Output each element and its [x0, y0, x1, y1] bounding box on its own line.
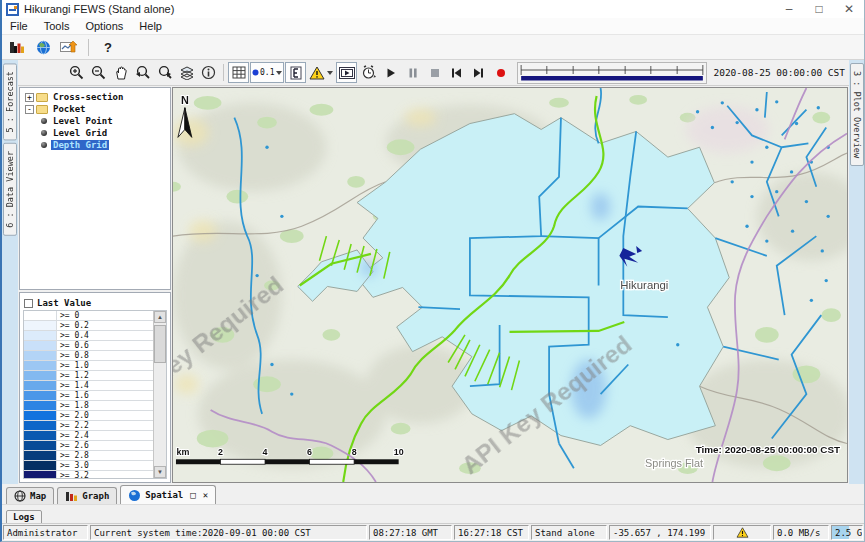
- legend-color-swatch: [24, 341, 57, 350]
- status-system-time: Current system time:2020-09-01 00:00 CST: [90, 525, 367, 540]
- scroll-up-icon[interactable]: ▲: [154, 311, 166, 323]
- status-memory: 2.5 GB: [831, 525, 863, 540]
- legend-row[interactable]: >= 1.0: [24, 361, 153, 371]
- stop-icon[interactable]: [424, 62, 445, 83]
- status-warning-icon[interactable]: [713, 525, 771, 540]
- database-icon[interactable]: [7, 37, 27, 57]
- tree-item-level-grid[interactable]: Level Grid: [23, 127, 170, 139]
- tab-data-viewer[interactable]: 6 : Data Viewer: [3, 143, 17, 236]
- maximize-button[interactable]: □: [804, 2, 834, 16]
- tree-item-level-point[interactable]: Level Point: [23, 115, 170, 127]
- pause-icon[interactable]: [402, 62, 423, 83]
- layers-icon[interactable]: [176, 62, 197, 83]
- legend-row[interactable]: >= 1.2: [24, 371, 153, 381]
- record-icon[interactable]: [490, 62, 511, 83]
- tab-forecast[interactable]: 5 : Forecast: [3, 63, 17, 140]
- scrollbar-track[interactable]: [154, 323, 166, 466]
- legend-row[interactable]: >= 1.4: [24, 381, 153, 391]
- svg-text:km: km: [176, 447, 189, 457]
- legend-color-swatch: [24, 471, 57, 478]
- timer-icon[interactable]: [358, 62, 379, 83]
- map-canvas[interactable]: API Key Required API Key Required Hikura…: [172, 87, 848, 483]
- node-bullet-icon: [41, 118, 47, 124]
- legend-scrollbar[interactable]: ▲ ▼: [153, 311, 166, 478]
- last-value-label: Last Value: [37, 298, 91, 308]
- last-frame-icon[interactable]: [468, 62, 489, 83]
- status-gmt-time: 08:27:18 GMT: [369, 525, 452, 540]
- legend-row[interactable]: >= 2.2: [24, 421, 153, 431]
- menu-item[interactable]: Help: [131, 19, 170, 33]
- play-icon[interactable]: [380, 62, 401, 83]
- grid-icon[interactable]: [228, 62, 249, 83]
- animation-icon[interactable]: [336, 62, 357, 83]
- svg-text:8: 8: [352, 447, 357, 457]
- legend-row[interactable]: >= 2.6: [24, 441, 153, 451]
- map-globe-icon[interactable]: [33, 37, 53, 57]
- tree-item-pocket[interactable]: - Pocket: [23, 103, 170, 115]
- legend-row[interactable]: >= 1.6: [24, 391, 153, 401]
- zoom-in-icon[interactable]: [66, 62, 87, 83]
- menu-item[interactable]: Options: [77, 19, 131, 33]
- time-slider[interactable]: [517, 62, 707, 84]
- legend-row[interactable]: >= 0.2: [24, 321, 153, 331]
- pan-icon[interactable]: [110, 62, 131, 83]
- bar-chart-icon: [65, 491, 78, 502]
- last-value-checkbox[interactable]: [24, 299, 33, 308]
- node-bullet-icon: [41, 142, 47, 148]
- panel-maximize-icon[interactable]: □: [190, 490, 195, 500]
- zoom-out-icon[interactable]: [88, 62, 109, 83]
- legend-row[interactable]: >= 0.4: [24, 331, 153, 341]
- zoom-previous-icon[interactable]: [132, 62, 153, 83]
- collapse-icon[interactable]: -: [25, 105, 34, 114]
- legend-class-label: >= 2.4: [57, 431, 153, 440]
- legend-list[interactable]: >= 0 >= 0.2: [24, 311, 153, 478]
- menu-item[interactable]: Tools: [36, 19, 78, 33]
- layer-tree: + Cross-section - Pocket Level Point: [19, 87, 171, 290]
- panel-close-icon[interactable]: ✕: [203, 490, 208, 500]
- legend-edit-icon[interactable]: [285, 62, 306, 83]
- legend-row[interactable]: >= 2.8: [24, 451, 153, 461]
- legend-row[interactable]: >= 0.8: [24, 351, 153, 361]
- first-frame-icon[interactable]: [446, 62, 467, 83]
- tree-item-depth-grid[interactable]: Depth Grid: [23, 139, 170, 151]
- help-icon[interactable]: ?: [98, 37, 118, 57]
- legend-color-swatch: [24, 351, 57, 360]
- status-bar: Administrator Current system time:2020-0…: [2, 523, 864, 541]
- interval-dropdown[interactable]: 0.1: [250, 62, 284, 83]
- zoom-next-icon[interactable]: [154, 62, 175, 83]
- legend-row[interactable]: >= 3.2: [24, 471, 153, 478]
- legend-class-label: >= 0.2: [57, 321, 153, 330]
- tab-plot-overview[interactable]: 3 : Plot Overview: [850, 63, 864, 166]
- close-button[interactable]: ✕: [834, 2, 864, 16]
- legend-class-label: >= 0.4: [57, 331, 153, 340]
- tab-map[interactable]: Map: [6, 487, 54, 504]
- label-hikurangi: Hikurangi: [620, 279, 668, 291]
- logs-row: Logs: [2, 504, 864, 523]
- legend-row[interactable]: >= 1.8: [24, 401, 153, 411]
- legend-row[interactable]: >= 0.6: [24, 341, 153, 351]
- expand-icon[interactable]: +: [25, 93, 34, 102]
- scroll-down-icon[interactable]: ▼: [154, 466, 166, 478]
- legend-row[interactable]: >= 2.4: [24, 431, 153, 441]
- legend-row[interactable]: >= 3.0: [24, 461, 153, 471]
- warning-dropdown[interactable]: [307, 62, 335, 83]
- tab-graph[interactable]: Graph: [57, 487, 117, 504]
- legend-class-label: >= 0.6: [57, 341, 153, 350]
- left-tab-strip: 5 : Forecast 6 : Data Viewer: [2, 60, 18, 484]
- legend-class-label: >= 2.6: [57, 441, 153, 450]
- tree-item-cross-section[interactable]: + Cross-section: [23, 91, 170, 103]
- folder-icon: [36, 93, 48, 102]
- legend-row[interactable]: >= 0: [24, 311, 153, 321]
- status-local-time: 16:27:18 CST: [454, 525, 529, 540]
- legend-color-swatch: [24, 371, 57, 380]
- info-icon[interactable]: [198, 62, 219, 83]
- scrollbar-thumb[interactable]: [154, 325, 166, 363]
- node-bullet-icon: [41, 130, 47, 136]
- tab-spatial[interactable]: Spatial □ ✕: [120, 485, 216, 504]
- menu-item[interactable]: File: [2, 19, 36, 33]
- map-toolbar: 0.1: [18, 60, 849, 86]
- minimize-button[interactable]: –: [774, 2, 804, 16]
- timeseries-icon[interactable]: [59, 37, 79, 57]
- legend-header: Last Value: [23, 296, 167, 310]
- legend-row[interactable]: >= 2.0: [24, 411, 153, 421]
